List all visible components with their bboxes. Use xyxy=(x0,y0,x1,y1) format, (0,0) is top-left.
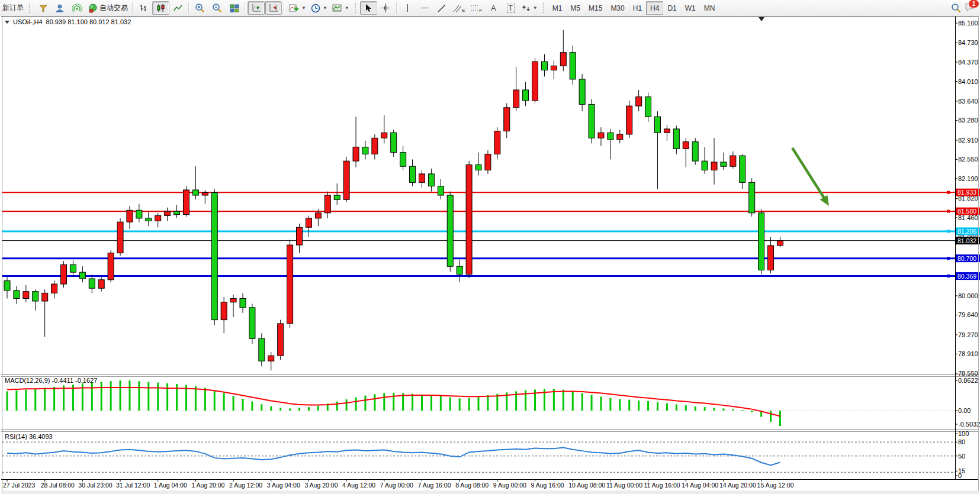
candle-body xyxy=(202,193,208,196)
crosshair-tool-button[interactable] xyxy=(377,1,394,15)
timeframe-button-W1[interactable]: W1 xyxy=(681,1,700,15)
macd-histogram-bar xyxy=(563,390,564,411)
hline-handle[interactable] xyxy=(947,257,950,260)
price-axis-label: 80.000 xyxy=(958,292,978,299)
hline-handle[interactable] xyxy=(947,210,950,213)
candle-body xyxy=(297,227,303,245)
macd-histogram-bar xyxy=(214,390,216,411)
tile-windows-button[interactable] xyxy=(226,1,243,15)
timeframe-button-H4[interactable]: H4 xyxy=(646,1,663,15)
candle-body xyxy=(98,280,104,288)
text-label-tool-button[interactable]: T xyxy=(502,1,519,15)
timeframe-button-M1[interactable]: M1 xyxy=(548,1,567,15)
text-tool-button[interactable]: A xyxy=(485,1,502,15)
line-chart-button[interactable] xyxy=(169,1,187,15)
time-axis-label: 3 Aug 04:00 xyxy=(267,482,300,489)
trendline-tool-button[interactable] xyxy=(433,1,451,15)
candle-body xyxy=(372,138,378,154)
zoom-in-icon xyxy=(195,3,205,13)
price-axis-label: 78.550 xyxy=(958,370,978,377)
zoom-in-button[interactable] xyxy=(191,1,208,15)
macd-histogram-bar xyxy=(364,396,366,411)
search-icon[interactable] xyxy=(951,3,961,13)
candle-body xyxy=(673,129,679,148)
price-axis-label: 83.640 xyxy=(958,98,978,105)
autotrade-label: 自动交易 xyxy=(99,3,128,13)
candle-body xyxy=(626,106,632,134)
candle-body xyxy=(654,117,660,133)
timeframe-button-D1[interactable]: D1 xyxy=(663,1,680,15)
candle-body xyxy=(541,62,547,70)
candlestick-chart-button[interactable] xyxy=(152,1,169,15)
candle-body xyxy=(749,182,755,213)
price-axis-label: 85.100 xyxy=(958,20,978,27)
vertical-line-tool-button[interactable] xyxy=(399,1,416,15)
hline-handle[interactable] xyxy=(947,230,950,233)
timeframe-button-M5[interactable]: M5 xyxy=(566,1,584,15)
text-tool-icon: A xyxy=(491,4,496,12)
macd-histogram-bar xyxy=(572,391,574,411)
channel-tool-button[interactable]: E xyxy=(451,1,468,15)
fibonacci-tool-button[interactable]: F xyxy=(468,1,485,15)
chart-shift-button[interactable] xyxy=(265,1,282,15)
autotrade-icon xyxy=(88,4,98,13)
macd-histogram-bar xyxy=(34,389,36,411)
time-axis-label: 28 Jul 08:00 xyxy=(41,482,75,489)
price-axis-label: 84.010 xyxy=(958,78,978,85)
candle-body xyxy=(617,134,623,140)
autotrade-button[interactable]: 自动交易 xyxy=(86,1,130,15)
macd-histogram-bar xyxy=(695,406,696,411)
bar-chart-button[interactable] xyxy=(135,1,152,15)
rsi-axis-label: 0 xyxy=(958,472,962,479)
macd-histogram-bar xyxy=(421,395,423,411)
time-axis-label: 14 Aug 20:00 xyxy=(719,482,756,489)
zoom-out-button[interactable] xyxy=(208,1,226,15)
rsi-axis-label: 50 xyxy=(958,453,965,460)
periods-button[interactable]: ▼ xyxy=(309,1,330,15)
timeframe-button-MN[interactable]: MN xyxy=(700,1,719,15)
cursor-tool-button[interactable] xyxy=(360,1,377,15)
auto-scroll-button[interactable] xyxy=(248,1,265,15)
notification-badge: 1 xyxy=(968,0,979,8)
macd-histogram-bar xyxy=(317,406,319,411)
timeframe-button-M30[interactable]: M30 xyxy=(606,1,628,15)
time-axis-label: 14 Aug 04:00 xyxy=(682,482,718,489)
macd-histogram-bar xyxy=(346,399,348,411)
price-axis-label: 84.370 xyxy=(958,59,978,66)
macd-histogram-bar xyxy=(657,402,658,411)
templates-button[interactable]: ▼ xyxy=(330,1,352,15)
hline-handle[interactable] xyxy=(947,191,950,194)
candle-body xyxy=(683,142,689,149)
macd-histogram-bar xyxy=(279,408,281,411)
indicators-button[interactable]: ▼ xyxy=(287,1,309,15)
chevron-down-icon: ▼ xyxy=(533,5,538,11)
toolbar-grip xyxy=(543,3,547,13)
market-depth-button[interactable] xyxy=(34,1,52,15)
candle-body xyxy=(268,356,274,361)
macd-axis-label: 0.8622 xyxy=(958,377,978,384)
candle-body xyxy=(466,165,472,275)
toolbar-separator xyxy=(396,2,397,14)
time-axis-label: 30 Jul 23:00 xyxy=(78,482,112,489)
new-order-button[interactable]: 新订单 xyxy=(0,1,26,15)
candle-body xyxy=(560,53,566,66)
person-icon xyxy=(55,4,65,13)
macd-histogram-bar xyxy=(120,380,121,411)
chart-collapse-icon[interactable] xyxy=(5,21,9,24)
arrows-tool-button[interactable]: ▼ xyxy=(519,1,540,15)
hline-handle[interactable] xyxy=(947,275,950,277)
time-axis-label: 15 Aug 12:00 xyxy=(757,482,794,489)
price-axis-label: 82.550 xyxy=(958,156,978,163)
zoom-out-icon xyxy=(212,3,222,13)
candle-body xyxy=(165,211,171,215)
signals-button[interactable] xyxy=(69,1,86,15)
chart-canvas[interactable]: 85.10084.73084.37084.01083.64083.28082.9… xyxy=(0,16,980,494)
notifications-button[interactable]: 1 xyxy=(965,2,975,14)
horizontal-line-tool-button[interactable] xyxy=(416,1,433,15)
tile-windows-icon xyxy=(230,4,239,13)
timeframe-button-M15[interactable]: M15 xyxy=(584,1,606,15)
macd-histogram-bar xyxy=(7,391,8,411)
community-button[interactable] xyxy=(52,1,69,15)
timeframe-button-H1[interactable]: H1 xyxy=(629,1,646,15)
crosshair-icon xyxy=(381,4,390,12)
